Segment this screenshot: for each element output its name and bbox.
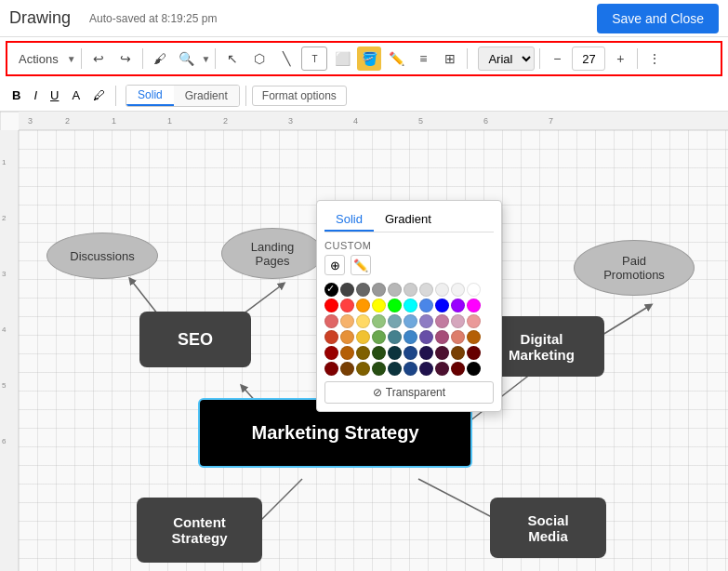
text-color-button[interactable]: A	[67, 86, 85, 104]
color-cell-0-7[interactable]	[435, 283, 449, 297]
color-cell-3-6[interactable]	[419, 330, 433, 344]
color-cell-1-8[interactable]	[451, 299, 465, 312]
landing-pages-node[interactable]: LandingPages	[221, 228, 324, 279]
select-button[interactable]: ↖	[220, 46, 245, 71]
color-cell-2-3[interactable]	[372, 314, 386, 328]
shapes-button[interactable]: ⬡	[247, 46, 271, 71]
font-size-increase-button[interactable]: +	[608, 46, 632, 71]
color-cell-2-2[interactable]	[356, 314, 370, 328]
color-cell-0-1[interactable]	[340, 283, 354, 297]
color-cell-0-0[interactable]	[324, 283, 338, 297]
paint-format-button[interactable]: 🖌	[148, 46, 172, 71]
color-cell-1-5[interactable]	[404, 299, 417, 312]
more-options-button[interactable]: ⋮	[642, 46, 667, 71]
color-cell-5-7[interactable]	[435, 362, 449, 376]
eyedropper-button[interactable]: ✏️	[351, 255, 371, 275]
color-cell-0-8[interactable]	[451, 283, 465, 297]
color-cell-1-9[interactable]	[467, 299, 481, 312]
color-cell-5-1[interactable]	[340, 362, 354, 376]
text-box-button[interactable]: T	[301, 46, 327, 71]
color-cell-0-9[interactable]	[467, 283, 481, 297]
color-cell-4-7[interactable]	[435, 346, 449, 360]
redo-button[interactable]: ↪	[113, 46, 138, 71]
color-cell-5-9[interactable]	[467, 362, 481, 376]
font-size-decrease-button[interactable]: −	[545, 46, 569, 71]
color-cell-1-0[interactable]	[324, 299, 338, 312]
color-cell-0-5[interactable]	[404, 283, 417, 297]
color-cell-3-8[interactable]	[451, 330, 465, 344]
color-cell-3-0[interactable]	[324, 330, 338, 344]
fill-color-button[interactable]: 🪣	[357, 46, 381, 71]
color-cell-5-4[interactable]	[388, 362, 402, 376]
zoom-button[interactable]: 🔍	[175, 46, 199, 71]
border-color-button[interactable]: ✏️	[384, 46, 408, 71]
undo-button[interactable]: ↩	[86, 46, 111, 71]
color-cell-4-2[interactable]	[356, 346, 370, 360]
discussions-node[interactable]: Discussions	[46, 232, 158, 279]
color-cell-3-9[interactable]	[467, 330, 481, 344]
color-cell-5-5[interactable]	[404, 362, 417, 376]
border-dash-button[interactable]: ⊞	[438, 46, 462, 71]
format-options-button[interactable]: Format options	[252, 86, 347, 106]
color-cell-0-6[interactable]	[419, 283, 433, 297]
color-cell-1-7[interactable]	[435, 299, 449, 312]
social-media-node[interactable]: SocialMedia	[490, 498, 606, 558]
image-button[interactable]: ⬜	[330, 46, 354, 71]
border-weight-button[interactable]: ≡	[411, 46, 435, 71]
color-cell-5-6[interactable]	[419, 362, 433, 376]
color-cell-2-9[interactable]	[467, 314, 481, 328]
color-cell-2-1[interactable]	[340, 314, 354, 328]
color-cell-0-2[interactable]	[356, 283, 370, 297]
color-cell-0-4[interactable]	[388, 283, 402, 297]
color-cell-4-6[interactable]	[419, 346, 433, 360]
color-cell-3-7[interactable]	[435, 330, 449, 344]
color-cell-1-2[interactable]	[356, 299, 370, 312]
paid-promotions-node[interactable]: PaidPromotions	[574, 240, 695, 296]
actions-menu-button[interactable]: Actions	[13, 48, 64, 70]
color-cell-4-9[interactable]	[467, 346, 481, 360]
color-cell-4-5[interactable]	[404, 346, 417, 360]
transparent-color-button[interactable]: ⊘ Transparent	[324, 381, 494, 404]
color-cell-4-3[interactable]	[372, 346, 386, 360]
underline-button[interactable]: U	[46, 86, 63, 104]
solid-tab[interactable]: Solid	[126, 86, 174, 106]
color-cell-5-3[interactable]	[372, 362, 386, 376]
color-cell-5-2[interactable]	[356, 362, 370, 376]
color-cell-3-2[interactable]	[356, 330, 370, 344]
drawing-canvas[interactable]: 3 2 1 1 2 3 4 5 6 7 1 2 3 4 5 6	[0, 112, 728, 571]
color-cell-3-5[interactable]	[404, 330, 417, 344]
color-cell-4-8[interactable]	[451, 346, 465, 360]
save-close-button[interactable]: Save and Close	[597, 4, 719, 33]
font-size-input[interactable]: 27	[572, 46, 605, 71]
gradient-color-tab[interactable]: Gradient	[374, 208, 443, 232]
color-cell-3-4[interactable]	[388, 330, 402, 344]
font-family-selector[interactable]: Arial	[478, 46, 535, 71]
color-cell-2-4[interactable]	[388, 314, 402, 328]
italic-button[interactable]: I	[29, 86, 42, 104]
color-cell-4-1[interactable]	[340, 346, 354, 360]
color-cell-3-1[interactable]	[340, 330, 354, 344]
color-cell-1-6[interactable]	[419, 299, 433, 312]
color-cell-0-3[interactable]	[372, 283, 386, 297]
color-cell-3-3[interactable]	[372, 330, 386, 344]
color-cell-2-5[interactable]	[404, 314, 417, 328]
color-cell-1-3[interactable]	[372, 299, 386, 312]
color-cell-5-0[interactable]	[324, 362, 338, 376]
color-cell-5-8[interactable]	[451, 362, 465, 376]
color-cell-2-7[interactable]	[435, 314, 449, 328]
color-cell-1-4[interactable]	[388, 299, 402, 312]
color-cell-4-4[interactable]	[388, 346, 402, 360]
solid-color-tab[interactable]: Solid	[324, 208, 374, 232]
gradient-tab[interactable]: Gradient	[174, 86, 239, 106]
color-cell-2-0[interactable]	[324, 314, 338, 328]
color-cell-2-6[interactable]	[419, 314, 433, 328]
color-cell-2-8[interactable]	[451, 314, 465, 328]
line-button[interactable]: ╲	[274, 46, 298, 71]
seo-node[interactable]: SEO	[139, 312, 251, 367]
color-cell-1-1[interactable]	[340, 299, 354, 312]
highlight-button[interactable]: 🖊	[88, 86, 110, 104]
bold-button[interactable]: B	[7, 86, 25, 104]
add-custom-color-button[interactable]: ⊕	[324, 255, 345, 275]
color-cell-4-0[interactable]	[324, 346, 338, 360]
content-strategy-node[interactable]: ContentStrategy	[137, 498, 262, 563]
